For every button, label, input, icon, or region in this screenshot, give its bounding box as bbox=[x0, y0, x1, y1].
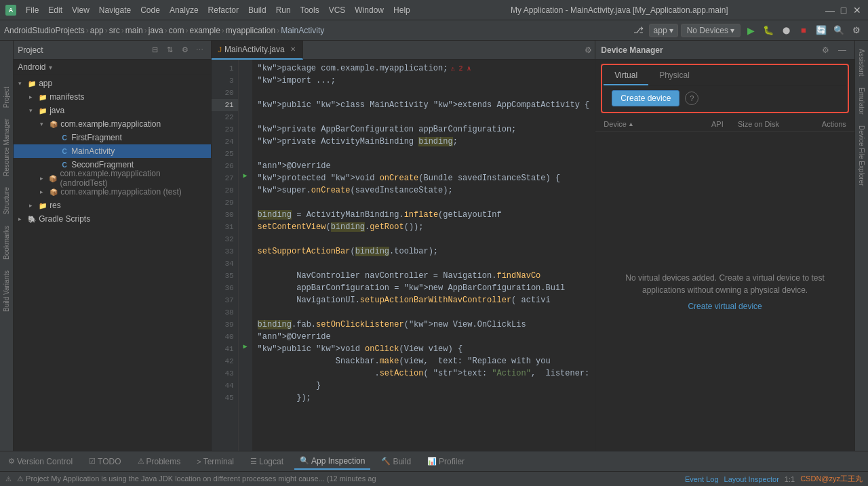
breadcrumb-item-app[interactable]: app bbox=[90, 26, 104, 35]
settings-gear-icon[interactable]: ⚙ bbox=[819, 43, 833, 57]
menu-window[interactable]: Window bbox=[351, 4, 388, 16]
breadcrumb-item-main[interactable]: main bbox=[125, 26, 143, 35]
code-line-36: appBarConfiguration = "kw">new AppBarCon… bbox=[258, 282, 590, 294]
sort-icon[interactable]: ⇅ bbox=[163, 43, 177, 57]
sidebar-item-bookmarks[interactable]: Bookmarks bbox=[1, 220, 12, 265]
sidebar-item-structure[interactable]: Structure bbox=[1, 182, 12, 220]
breadcrumb-item-java[interactable]: java bbox=[149, 26, 163, 35]
settings-button[interactable]: ⚙ bbox=[849, 23, 864, 38]
sidebar-item-device-file-explorer[interactable]: Device File Explorer bbox=[856, 120, 867, 191]
minimize-button[interactable]: — bbox=[825, 5, 835, 16]
layout-inspector-link[interactable]: Layout Inspector bbox=[724, 475, 779, 483]
tree-item-app[interactable]: ▾📁app bbox=[14, 77, 210, 90]
search-button[interactable]: 🔍 bbox=[831, 23, 846, 38]
profile-button[interactable]: ⬤ bbox=[778, 23, 793, 38]
menu-edit[interactable]: Edit bbox=[44, 4, 66, 16]
folder-icon: 📁 bbox=[38, 106, 47, 115]
tree-item-java[interactable]: ▾📁java bbox=[14, 104, 210, 117]
bottom-tab-profiler[interactable]: 📊Profiler bbox=[422, 454, 470, 469]
editor-area: J MainActivity.java ✕ ⚙ 1320212223242526… bbox=[212, 41, 595, 451]
breadcrumb-item-androidstudioprojects[interactable]: AndroidStudioProjects bbox=[4, 26, 85, 35]
tree-item-com.example.myapplication.androidTest[interactable]: ▸📦com.example.myapplication (androidTest… bbox=[14, 171, 210, 185]
close-button[interactable]: ✕ bbox=[852, 5, 863, 16]
collapse-all-icon[interactable]: ⊟ bbox=[149, 43, 162, 57]
tree-item-GradleScripts[interactable]: ▸🐘Gradle Scripts bbox=[14, 212, 210, 226]
breadcrumb-item-src[interactable]: src bbox=[109, 26, 120, 35]
editor-options-icon[interactable]: ⚙ bbox=[585, 45, 592, 55]
tree-item-MainActivity[interactable]: CMainActivity bbox=[14, 144, 210, 158]
bottom-tab-version-control[interactable]: ⚙Version Control bbox=[3, 454, 78, 469]
breadcrumb-item-myapplication[interactable]: myapplication bbox=[226, 26, 275, 35]
app-dropdown[interactable]: app ▾ bbox=[649, 24, 678, 37]
gutter-empty bbox=[239, 291, 252, 304]
bottom-tab-todo[interactable]: ☑TODO bbox=[83, 454, 126, 469]
gutter-empty bbox=[239, 72, 252, 84]
code-line-34 bbox=[258, 258, 590, 270]
menu-refactor[interactable]: Refactor bbox=[204, 4, 243, 16]
breadcrumb-item-example[interactable]: example bbox=[189, 26, 220, 35]
window-controls: — □ ✕ bbox=[825, 5, 863, 16]
warning-icon: ⚠ bbox=[5, 475, 12, 483]
debug-button[interactable]: 🐛 bbox=[761, 23, 776, 38]
run-gutter-icon[interactable]: ▶ bbox=[239, 169, 252, 182]
help-button[interactable]: ? bbox=[685, 92, 698, 105]
breadcrumb-item-com[interactable]: com bbox=[169, 26, 184, 35]
tab-physical[interactable]: Physical bbox=[648, 66, 701, 85]
sidebar-item-build-variants[interactable]: Build Variants bbox=[1, 265, 12, 317]
bottom-tab-app-inspection[interactable]: 🔍App Inspection bbox=[294, 453, 370, 470]
minimize-panel-icon[interactable]: — bbox=[835, 43, 849, 57]
code-content[interactable]: "kw">package com.example.myapplication;⚠… bbox=[252, 60, 595, 451]
code-line-39: binding.fab.setOnClickListener("kw">new … bbox=[258, 319, 590, 331]
bottom-toolbar: ⚙Version Control☑TODO⚠Problems>Terminal☰… bbox=[0, 451, 868, 471]
bottom-tab-problems[interactable]: ⚠Problems bbox=[132, 454, 186, 469]
editor-tab-main-activity[interactable]: J MainActivity.java ✕ bbox=[212, 41, 303, 60]
sidebar-item-emulator[interactable]: Emulator bbox=[856, 82, 867, 120]
menu-run[interactable]: Run bbox=[272, 4, 295, 16]
menu-build[interactable]: Build bbox=[244, 4, 271, 16]
tree-item-manifests[interactable]: ▸📁manifests bbox=[14, 90, 210, 104]
bottom-tab-terminal[interactable]: >Terminal bbox=[191, 454, 239, 469]
bottom-tab-build[interactable]: 🔨Build bbox=[376, 454, 416, 469]
bottom-tab-logcat[interactable]: ☰Logcat bbox=[245, 454, 289, 469]
gradle-icon: 🐘 bbox=[27, 214, 37, 224]
run-button[interactable]: ▶ bbox=[743, 23, 758, 38]
sidebar-item-resource-manager[interactable]: Resource Manager bbox=[1, 113, 12, 182]
menu-navigate[interactable]: Navigate bbox=[95, 4, 135, 16]
tree-item-FirstFragment[interactable]: CFirstFragment bbox=[14, 131, 210, 144]
tab-virtual[interactable]: Virtual bbox=[604, 66, 648, 85]
gutter-empty bbox=[239, 194, 252, 206]
gutter: ▶▶ bbox=[239, 60, 252, 451]
event-log-link[interactable]: Event Log bbox=[685, 475, 719, 483]
create-virtual-device-link[interactable]: Create virtual device bbox=[688, 302, 762, 311]
maximize-button[interactable]: □ bbox=[838, 5, 849, 16]
tab-close-icon[interactable]: ✕ bbox=[290, 45, 296, 53]
run-gutter-icon[interactable]: ▶ bbox=[239, 340, 252, 352]
menu-file[interactable]: File bbox=[22, 4, 43, 16]
breadcrumb-item-mainactivity[interactable]: MainActivity bbox=[281, 26, 324, 35]
sync-button[interactable]: 🔄 bbox=[814, 23, 829, 38]
menu-code[interactable]: Code bbox=[136, 4, 164, 16]
tree-item-com.example.myapplication[interactable]: ▾📦com.example.myapplication bbox=[14, 117, 210, 131]
tree-item-res[interactable]: ▸📁res bbox=[14, 199, 210, 212]
sidebar-item-assistant[interactable]: Assistant bbox=[856, 43, 867, 82]
tree-item-com.example.myapplication.test[interactable]: ▸📦com.example.myapplication (test) bbox=[14, 185, 210, 199]
stop-button[interactable]: ■ bbox=[796, 23, 811, 38]
dm-highlighted-section: Virtual Physical Create device ? bbox=[601, 64, 849, 113]
gutter-empty bbox=[239, 182, 252, 194]
vcs-icon[interactable]: ⎇ bbox=[631, 23, 646, 38]
menu-help[interactable]: Help bbox=[389, 4, 414, 16]
dm-table-header: Device ▲ API Size on Disk Actions bbox=[595, 117, 854, 131]
device-dropdown[interactable]: No Devices ▾ bbox=[681, 24, 741, 37]
gutter-empty bbox=[239, 60, 252, 72]
actions-col-header: Actions bbox=[799, 120, 846, 128]
editor-tabs: J MainActivity.java ✕ ⚙ bbox=[212, 41, 595, 60]
code-line-38 bbox=[258, 306, 590, 319]
filter-icon[interactable]: ⚙ bbox=[178, 43, 192, 57]
menu-view[interactable]: View bbox=[68, 4, 94, 16]
menu-tools[interactable]: Tools bbox=[296, 4, 323, 16]
sidebar-item-project[interactable]: Project bbox=[1, 81, 12, 113]
menu-vcs[interactable]: VCS bbox=[325, 4, 350, 16]
menu-analyze[interactable]: Analyze bbox=[165, 4, 203, 16]
create-device-button[interactable]: Create device bbox=[612, 90, 679, 106]
more-options-icon[interactable]: ⋯ bbox=[193, 43, 207, 57]
